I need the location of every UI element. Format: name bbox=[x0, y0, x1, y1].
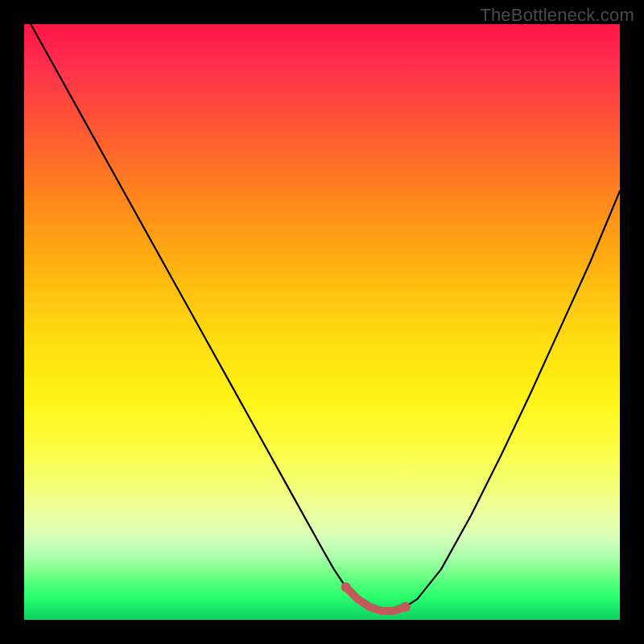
plot-area bbox=[24, 24, 620, 620]
bottleneck-curve-highlight bbox=[346, 587, 406, 611]
bottleneck-curve bbox=[24, 12, 620, 611]
curve-svg bbox=[24, 24, 620, 620]
highlight-endpoint bbox=[341, 582, 351, 592]
watermark-text: TheBottleneck.com bbox=[480, 5, 634, 26]
chart-frame: TheBottleneck.com bbox=[0, 0, 644, 644]
highlight-endpoint bbox=[401, 602, 411, 612]
curve-layer bbox=[24, 12, 620, 612]
